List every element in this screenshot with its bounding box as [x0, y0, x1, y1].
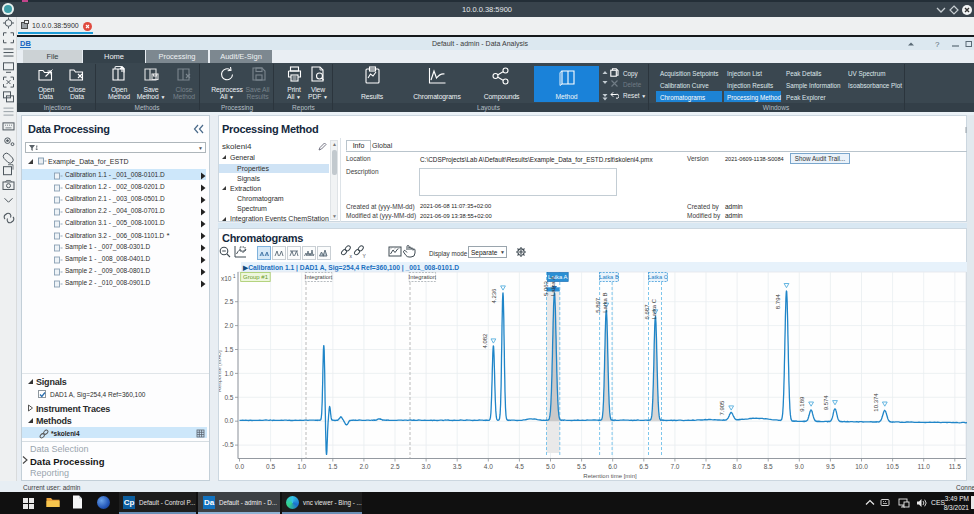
- svg-text:3.5: 3.5: [453, 463, 462, 470]
- svg-text:4.236: 4.236: [491, 288, 497, 304]
- svg-text:11.0: 11.0: [918, 463, 931, 470]
- svg-text:Group #1: Group #1: [243, 274, 269, 280]
- svg-text:2.0: 2.0: [359, 463, 368, 470]
- svg-text:1.5: 1.5: [224, 346, 233, 353]
- svg-text:7.0: 7.0: [670, 463, 679, 470]
- svg-text:1.0: 1.0: [224, 370, 233, 377]
- svg-text:Latka A: Latka A: [550, 276, 556, 296]
- svg-text:4.5: 4.5: [515, 463, 524, 470]
- svg-text:1.5: 1.5: [328, 463, 337, 470]
- svg-text:5.5: 5.5: [577, 463, 586, 470]
- svg-text:8.0: 8.0: [733, 463, 742, 470]
- svg-text:Latka C: Latka C: [648, 274, 668, 280]
- svg-text:2.5: 2.5: [224, 298, 233, 305]
- svg-text:5.0: 5.0: [546, 463, 555, 470]
- svg-text:4.0: 4.0: [484, 463, 493, 470]
- svg-text:0.0: 0.0: [235, 463, 244, 470]
- svg-text:2.5: 2.5: [390, 463, 399, 470]
- svg-text:11.5: 11.5: [949, 463, 962, 470]
- svg-text:-0.5: -0.5: [222, 441, 234, 448]
- svg-text:Response [mAU]: Response [mAU]: [219, 350, 222, 392]
- svg-text:5.897: 5.897: [595, 297, 601, 313]
- svg-text:5.063: 5.063: [543, 280, 549, 296]
- svg-text:0.5: 0.5: [266, 463, 275, 470]
- svg-text:7.905: 7.905: [720, 400, 726, 416]
- svg-text:6.0: 6.0: [608, 463, 617, 470]
- svg-text:10.5: 10.5: [886, 463, 899, 470]
- svg-text:Integration: Integration: [305, 274, 332, 280]
- svg-text:0.5: 0.5: [224, 394, 233, 401]
- svg-text:6.5: 6.5: [639, 463, 648, 470]
- svg-text:2.0: 2.0: [224, 322, 233, 329]
- svg-text:9.189: 9.189: [799, 396, 805, 412]
- svg-text:4.082: 4.082: [482, 333, 488, 349]
- svg-text:Retention time [min]: Retention time [min]: [583, 473, 637, 479]
- svg-text:Latka B: Latka B: [599, 274, 619, 280]
- svg-text:6.687: 6.687: [644, 304, 650, 320]
- svg-text:0.0: 0.0: [224, 417, 233, 424]
- svg-text:?: ?: [935, 40, 940, 48]
- svg-text:1.0: 1.0: [297, 463, 306, 470]
- svg-text:Latka C: Latka C: [651, 298, 657, 319]
- svg-text:Y: Y: [363, 253, 367, 259]
- svg-text:10.374: 10.374: [873, 393, 879, 412]
- svg-text:1: 1: [233, 274, 236, 279]
- svg-text:8.794: 8.794: [775, 294, 781, 310]
- svg-text:x10: x10: [221, 275, 232, 282]
- svg-text:9.574: 9.574: [823, 395, 829, 411]
- svg-text:Integration: Integration: [409, 274, 436, 280]
- svg-text:9.0: 9.0: [795, 463, 804, 470]
- svg-text:Latka B: Latka B: [602, 292, 608, 312]
- svg-text:9.5: 9.5: [826, 463, 835, 470]
- svg-text:7.5: 7.5: [701, 463, 710, 470]
- svg-text:10.0: 10.0: [855, 463, 868, 470]
- svg-text:8.5: 8.5: [764, 463, 773, 470]
- svg-text:3.0: 3.0: [422, 463, 431, 470]
